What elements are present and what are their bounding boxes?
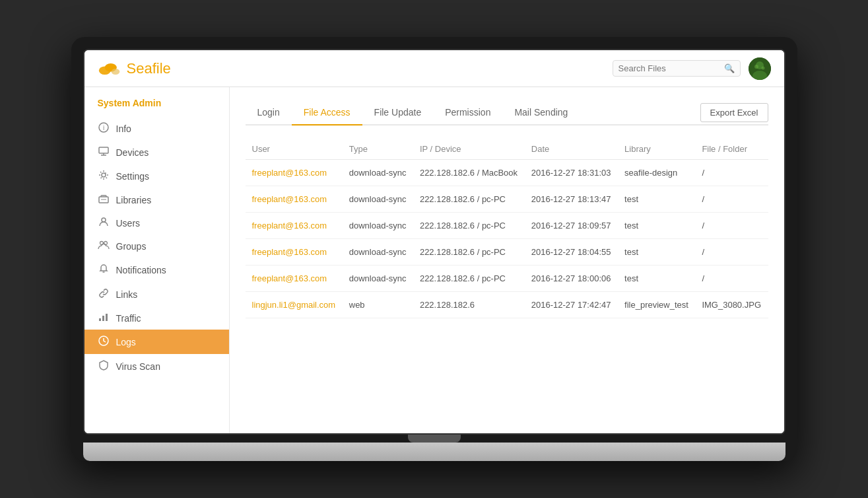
cell-date: 2016-12-27 18:31:03 [525, 160, 618, 186]
cell-user: freeplant@163.com [246, 160, 343, 186]
svg-point-16 [102, 218, 106, 222]
table-row: freeplant@163.com download-sync 222.128.… [246, 186, 768, 213]
sidebar-item-users[interactable]: Users [84, 211, 229, 234]
sidebar-item-links-label: Links [116, 289, 138, 300]
cell-type: download-sync [343, 186, 413, 213]
table-row: freeplant@163.com download-sync 222.128.… [246, 239, 768, 266]
sidebar-item-virus-scan-label: Virus Scan [116, 361, 160, 372]
cell-date: 2016-12-27 18:04:55 [525, 239, 618, 266]
links-icon [98, 288, 110, 301]
tab-file-access[interactable]: File Access [292, 100, 362, 125]
svg-point-6 [754, 65, 758, 69]
seafile-logo-icon [98, 59, 121, 78]
user-link[interactable]: freeplant@163.com [252, 194, 327, 204]
sidebar-item-traffic[interactable]: Traffic [84, 306, 229, 330]
cell-user: freeplant@163.com [246, 239, 343, 266]
search-input[interactable] [618, 63, 724, 73]
user-link[interactable]: freeplant@163.com [252, 273, 327, 283]
col-date: Date [525, 139, 618, 160]
notifications-icon [98, 264, 110, 276]
traffic-icon [98, 312, 110, 324]
table-row: lingjun.li1@gmail.com web 222.128.182.6 … [246, 292, 768, 318]
svg-point-7 [761, 66, 764, 69]
cell-library: test [618, 266, 695, 292]
cell-file-folder: / [695, 213, 768, 239]
svg-point-2 [111, 69, 119, 75]
logs-icon [98, 336, 110, 348]
tab-file-update[interactable]: File Update [362, 100, 434, 125]
sidebar-item-groups[interactable]: Groups [84, 234, 229, 258]
groups-icon [98, 240, 110, 252]
cell-library: seafile-design [618, 160, 695, 186]
user-link[interactable]: lingjun.li1@gmail.com [252, 300, 336, 310]
cell-file-folder: / [695, 266, 768, 292]
cell-ip-device: 222.128.182.6 [413, 292, 525, 318]
sidebar-item-logs[interactable]: Logs [84, 330, 229, 354]
col-file-folder: File / Folder [695, 139, 768, 160]
cell-ip-device: 222.128.182.6 / pc-PC [413, 186, 525, 213]
sidebar-item-logs-label: Logs [116, 337, 136, 347]
sidebar-item-devices[interactable]: Devices [84, 141, 229, 164]
file-access-table: User Type IP / Device Date Library File … [246, 139, 768, 318]
header-right: 🔍 [613, 57, 771, 80]
cell-library: test [618, 186, 695, 213]
sidebar-item-traffic-label: Traffic [116, 313, 141, 324]
sidebar-item-notifications[interactable]: Notifications [84, 258, 229, 282]
svg-rect-10 [99, 147, 108, 153]
virus-scan-icon [98, 360, 110, 373]
cell-user: lingjun.li1@gmail.com [246, 292, 343, 318]
cell-file-folder: / [695, 186, 768, 213]
col-ip-device: IP / Device [413, 139, 525, 160]
tab-login[interactable]: Login [246, 100, 292, 125]
tabs-bar: Login File Access File Update Permission… [246, 100, 768, 125]
user-link[interactable]: freeplant@163.com [252, 221, 327, 231]
sidebar-item-groups-label: Groups [116, 241, 147, 252]
svg-point-13 [102, 173, 106, 177]
logo-text: Seafile [127, 60, 171, 77]
cell-date: 2016-12-27 18:00:06 [525, 266, 618, 292]
sidebar-item-notifications-label: Notifications [116, 265, 166, 275]
cell-type: download-sync [343, 160, 413, 186]
col-library: Library [618, 139, 695, 160]
sidebar-item-settings[interactable]: Settings [84, 164, 229, 188]
cell-type: download-sync [343, 266, 413, 292]
cell-ip-device: 222.128.182.6 / pc-PC [413, 266, 525, 292]
sidebar: System Admin i Info Devices [84, 87, 230, 433]
cell-user: freeplant@163.com [246, 186, 343, 213]
settings-icon [98, 170, 110, 182]
tab-mail-sending[interactable]: Mail Sending [502, 100, 580, 125]
cell-library: test [618, 213, 695, 239]
col-user: User [246, 139, 343, 160]
cell-user: freeplant@163.com [246, 266, 343, 292]
sidebar-item-settings-label: Settings [116, 171, 150, 182]
cell-ip-device: 222.128.182.6 / pc-PC [413, 239, 525, 266]
avatar[interactable] [749, 57, 771, 80]
cell-file-folder: / [695, 160, 768, 186]
info-icon: i [98, 122, 110, 135]
user-link[interactable]: freeplant@163.com [252, 168, 327, 178]
app-body: System Admin i Info Devices [84, 87, 784, 433]
sidebar-item-info[interactable]: i Info [84, 116, 229, 141]
user-link[interactable]: freeplant@163.com [252, 247, 327, 257]
search-box[interactable]: 🔍 [613, 60, 741, 77]
cell-file-folder: / [695, 239, 768, 266]
search-icon[interactable]: 🔍 [724, 63, 735, 73]
cell-file-folder: IMG_3080.JPG [695, 292, 768, 318]
sidebar-item-links[interactable]: Links [84, 282, 229, 306]
logo: Seafile [98, 59, 171, 78]
tab-permission[interactable]: Permission [433, 100, 502, 125]
app-header: Seafile 🔍 [84, 50, 784, 87]
sidebar-item-virus-scan[interactable]: Virus Scan [84, 354, 229, 378]
svg-rect-21 [102, 316, 104, 321]
export-excel-button[interactable]: Export Excel [700, 103, 768, 122]
sidebar-title: System Admin [84, 98, 229, 116]
table-row: freeplant@163.com download-sync 222.128.… [246, 213, 768, 239]
cell-date: 2016-12-27 17:42:47 [525, 292, 618, 318]
sidebar-item-devices-label: Devices [116, 147, 149, 158]
users-icon [98, 217, 110, 229]
sidebar-item-libraries[interactable]: Libraries [84, 188, 229, 211]
cell-library: test [618, 239, 695, 266]
sidebar-item-libraries-label: Libraries [116, 195, 152, 205]
libraries-icon [98, 194, 110, 205]
sidebar-item-users-label: Users [116, 218, 141, 229]
